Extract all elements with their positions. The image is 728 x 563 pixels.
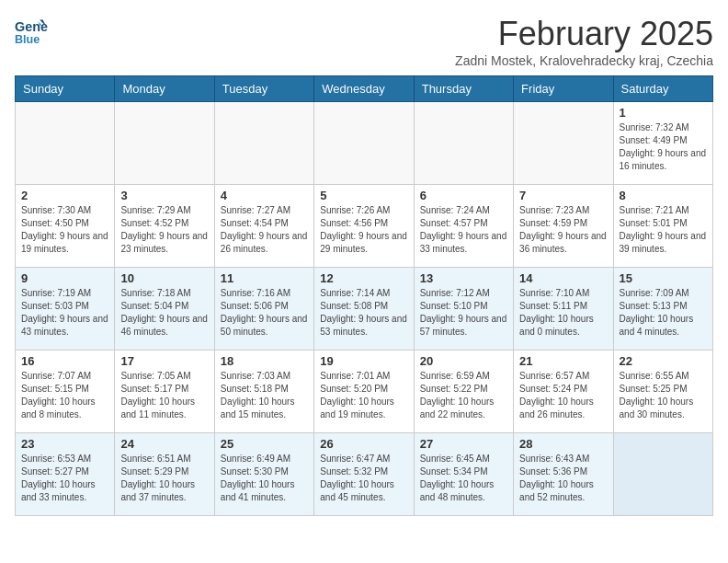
- day-number: 19: [320, 354, 407, 368]
- day-info: Sunrise: 7:01 AMSunset: 5:20 PMDaylight:…: [320, 370, 407, 421]
- day-number: 8: [620, 189, 707, 202]
- day-number: 6: [420, 189, 507, 202]
- day-info: Sunrise: 7:21 AMSunset: 5:01 PMDaylight:…: [620, 204, 707, 256]
- calendar-week-row: 2Sunrise: 7:30 AMSunset: 4:50 PMDaylight…: [16, 185, 713, 268]
- day-info: Sunrise: 7:26 AMSunset: 4:56 PMDaylight:…: [320, 204, 407, 256]
- calendar-week-row: 23Sunrise: 6:53 AMSunset: 5:27 PMDayligh…: [16, 433, 713, 516]
- day-number: 10: [120, 271, 208, 285]
- calendar-day-cell: 15Sunrise: 7:09 AMSunset: 5:13 PMDayligh…: [613, 268, 712, 350]
- day-number: 15: [620, 271, 707, 285]
- day-info: Sunrise: 7:32 AMSunset: 4:49 PMDaylight:…: [620, 121, 707, 173]
- day-info: Sunrise: 7:03 AMSunset: 5:18 PMDaylight:…: [221, 370, 308, 421]
- day-number: 17: [120, 354, 208, 368]
- day-number: 1: [620, 106, 707, 120]
- calendar-day-cell: 6Sunrise: 7:24 AMSunset: 4:57 PMDaylight…: [414, 185, 513, 268]
- day-info: Sunrise: 7:05 AMSunset: 5:17 PMDaylight:…: [120, 370, 208, 421]
- calendar-week-row: 16Sunrise: 7:07 AMSunset: 5:15 PMDayligh…: [16, 350, 713, 433]
- calendar-day-cell: [514, 102, 613, 185]
- weekday-header-friday: Friday: [514, 76, 613, 102]
- day-info: Sunrise: 6:55 AMSunset: 5:25 PMDaylight:…: [620, 370, 707, 421]
- day-number: 28: [519, 437, 607, 451]
- calendar-day-cell: 10Sunrise: 7:18 AMSunset: 5:04 PMDayligh…: [115, 268, 214, 350]
- day-info: Sunrise: 7:19 AMSunset: 5:03 PMDaylight:…: [21, 287, 108, 339]
- day-info: Sunrise: 7:10 AMSunset: 5:11 PMDaylight:…: [519, 287, 607, 339]
- calendar-table: SundayMondayTuesdayWednesdayThursdayFrid…: [15, 75, 713, 516]
- day-number: 20: [420, 354, 507, 368]
- weekday-header-monday: Monday: [115, 76, 214, 102]
- calendar-day-cell: 2Sunrise: 7:30 AMSunset: 4:50 PMDaylight…: [16, 185, 115, 268]
- day-number: 12: [320, 271, 407, 285]
- day-number: 14: [519, 271, 607, 285]
- calendar-day-cell: 22Sunrise: 6:55 AMSunset: 5:25 PMDayligh…: [613, 350, 712, 433]
- day-info: Sunrise: 7:12 AMSunset: 5:10 PMDaylight:…: [420, 287, 507, 339]
- calendar-day-cell: 28Sunrise: 6:43 AMSunset: 5:36 PMDayligh…: [514, 433, 613, 516]
- logo: General Blue: [15, 15, 51, 48]
- day-info: Sunrise: 7:09 AMSunset: 5:13 PMDaylight:…: [620, 287, 707, 339]
- calendar-day-cell: 8Sunrise: 7:21 AMSunset: 5:01 PMDaylight…: [613, 185, 712, 268]
- calendar-day-cell: 12Sunrise: 7:14 AMSunset: 5:08 PMDayligh…: [314, 268, 414, 350]
- calendar-day-cell: 16Sunrise: 7:07 AMSunset: 5:15 PMDayligh…: [16, 350, 115, 433]
- calendar-day-cell: [613, 433, 712, 516]
- month-title: February 2025: [455, 15, 713, 53]
- weekday-header-wednesday: Wednesday: [314, 76, 414, 102]
- calendar-week-row: 9Sunrise: 7:19 AMSunset: 5:03 PMDaylight…: [16, 268, 713, 350]
- day-number: 16: [21, 354, 108, 368]
- weekday-header-row: SundayMondayTuesdayWednesdayThursdayFrid…: [16, 76, 713, 102]
- day-number: 7: [519, 189, 607, 202]
- day-info: Sunrise: 7:14 AMSunset: 5:08 PMDaylight:…: [320, 287, 407, 339]
- day-info: Sunrise: 7:23 AMSunset: 4:59 PMDaylight:…: [519, 204, 607, 256]
- svg-text:Blue: Blue: [15, 33, 40, 46]
- calendar-day-cell: 4Sunrise: 7:27 AMSunset: 4:54 PMDaylight…: [214, 185, 313, 268]
- day-number: 4: [221, 189, 308, 202]
- calendar-day-cell: [115, 102, 214, 185]
- day-number: 27: [420, 437, 507, 451]
- day-info: Sunrise: 7:27 AMSunset: 4:54 PMDaylight:…: [221, 204, 308, 256]
- weekday-header-tuesday: Tuesday: [214, 76, 313, 102]
- calendar-day-cell: 9Sunrise: 7:19 AMSunset: 5:03 PMDaylight…: [16, 268, 115, 350]
- calendar-day-cell: [16, 102, 115, 185]
- day-number: 9: [21, 271, 108, 285]
- location-subtitle: Zadni Mostek, Kralovehradecky kraj, Czec…: [455, 53, 713, 68]
- calendar-day-cell: 27Sunrise: 6:45 AMSunset: 5:34 PMDayligh…: [414, 433, 513, 516]
- calendar-day-cell: 5Sunrise: 7:26 AMSunset: 4:56 PMDaylight…: [314, 185, 414, 268]
- weekday-header-saturday: Saturday: [613, 76, 712, 102]
- calendar-day-cell: [414, 102, 513, 185]
- day-info: Sunrise: 7:07 AMSunset: 5:15 PMDaylight:…: [21, 370, 108, 421]
- calendar-day-cell: 23Sunrise: 6:53 AMSunset: 5:27 PMDayligh…: [16, 433, 115, 516]
- calendar-day-cell: 25Sunrise: 6:49 AMSunset: 5:30 PMDayligh…: [214, 433, 313, 516]
- day-number: 5: [320, 189, 407, 202]
- day-info: Sunrise: 6:51 AMSunset: 5:29 PMDaylight:…: [120, 453, 208, 504]
- logo-icon: General Blue: [15, 15, 48, 48]
- day-info: Sunrise: 7:18 AMSunset: 5:04 PMDaylight:…: [120, 287, 208, 339]
- day-info: Sunrise: 7:16 AMSunset: 5:06 PMDaylight:…: [221, 287, 308, 339]
- day-number: 13: [420, 271, 507, 285]
- day-info: Sunrise: 7:29 AMSunset: 4:52 PMDaylight:…: [120, 204, 208, 256]
- day-number: 11: [221, 271, 308, 285]
- calendar-week-row: 1Sunrise: 7:32 AMSunset: 4:49 PMDaylight…: [16, 102, 713, 185]
- calendar-day-cell: 17Sunrise: 7:05 AMSunset: 5:17 PMDayligh…: [115, 350, 214, 433]
- calendar-day-cell: 13Sunrise: 7:12 AMSunset: 5:10 PMDayligh…: [414, 268, 513, 350]
- day-number: 3: [120, 189, 208, 202]
- day-number: 24: [120, 437, 208, 451]
- day-number: 23: [21, 437, 108, 451]
- calendar-day-cell: 1Sunrise: 7:32 AMSunset: 4:49 PMDaylight…: [613, 102, 712, 185]
- day-info: Sunrise: 6:57 AMSunset: 5:24 PMDaylight:…: [519, 370, 607, 421]
- day-info: Sunrise: 7:24 AMSunset: 4:57 PMDaylight:…: [420, 204, 507, 256]
- calendar-day-cell: 20Sunrise: 6:59 AMSunset: 5:22 PMDayligh…: [414, 350, 513, 433]
- day-info: Sunrise: 6:49 AMSunset: 5:30 PMDaylight:…: [221, 453, 308, 504]
- day-number: 25: [221, 437, 308, 451]
- page-header: General Blue February 2025 Zadni Mostek,…: [15, 15, 713, 68]
- calendar-day-cell: [214, 102, 313, 185]
- calendar-day-cell: 26Sunrise: 6:47 AMSunset: 5:32 PMDayligh…: [314, 433, 414, 516]
- calendar-day-cell: 14Sunrise: 7:10 AMSunset: 5:11 PMDayligh…: [514, 268, 613, 350]
- day-info: Sunrise: 6:53 AMSunset: 5:27 PMDaylight:…: [21, 453, 108, 504]
- day-number: 2: [21, 189, 108, 202]
- calendar-day-cell: 24Sunrise: 6:51 AMSunset: 5:29 PMDayligh…: [115, 433, 214, 516]
- weekday-header-sunday: Sunday: [16, 76, 115, 102]
- day-info: Sunrise: 6:43 AMSunset: 5:36 PMDaylight:…: [519, 453, 607, 504]
- weekday-header-thursday: Thursday: [414, 76, 513, 102]
- day-info: Sunrise: 6:47 AMSunset: 5:32 PMDaylight:…: [320, 453, 407, 504]
- day-info: Sunrise: 6:45 AMSunset: 5:34 PMDaylight:…: [420, 453, 507, 504]
- calendar-day-cell: 21Sunrise: 6:57 AMSunset: 5:24 PMDayligh…: [514, 350, 613, 433]
- calendar-day-cell: 18Sunrise: 7:03 AMSunset: 5:18 PMDayligh…: [214, 350, 313, 433]
